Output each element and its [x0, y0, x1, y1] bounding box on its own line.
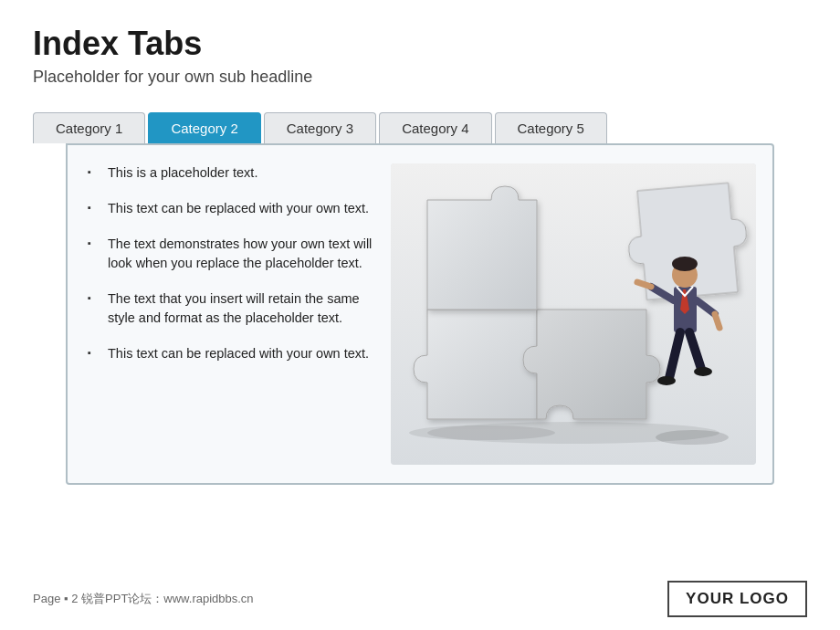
list-item: ▪ The text that you insert will retain t… — [88, 289, 373, 328]
tabs-area: Category 1 Category 2 Category 3 Categor… — [33, 112, 807, 485]
svg-point-4 — [672, 257, 698, 271]
content-panel: ▪ This is a placeholder text. ▪ This tex… — [66, 143, 774, 485]
svg-point-11 — [657, 376, 676, 385]
bullet-marker: ▪ — [88, 165, 100, 180]
puzzle-illustration — [391, 163, 756, 465]
tab-category4[interactable]: Category 4 — [379, 112, 491, 143]
svg-point-13 — [656, 430, 729, 445]
list-item: ▪ The text demonstrates how your own tex… — [88, 235, 373, 273]
page-title: Index Tabs — [33, 26, 807, 62]
footer-logo: YOUR LOGO — [667, 581, 807, 617]
page-subtitle: Placeholder for your own sub headline — [33, 68, 807, 87]
list-item: ▪ This text can be replaced with your ow… — [88, 344, 373, 363]
bullet-text: This is a placeholder text. — [108, 163, 257, 183]
tabs-row: Category 1 Category 2 Category 3 Categor… — [33, 112, 807, 143]
tab-category3[interactable]: Category 3 — [264, 112, 376, 143]
bullet-marker: ▪ — [88, 201, 100, 215]
footer: Page ▪ 2 锐普PPT论坛：www.rapidbbs.cn YOUR LO… — [0, 581, 840, 617]
tab-category1[interactable]: Category 1 — [33, 112, 145, 143]
bullet-marker: ▪ — [88, 236, 100, 251]
bullet-text: This text can be replaced with your own … — [108, 344, 369, 363]
bullet-text: The text demonstrates how your own text … — [108, 235, 373, 273]
tab-category5[interactable]: Category 5 — [495, 112, 607, 143]
bullet-marker: ▪ — [88, 291, 100, 306]
svg-point-14 — [409, 425, 555, 440]
svg-line-6 — [637, 282, 651, 287]
tab-category2[interactable]: Category 2 — [148, 112, 260, 143]
footer-page-info: Page ▪ 2 锐普PPT论坛：www.rapidbbs.cn — [33, 591, 254, 607]
bullet-marker: ▪ — [88, 346, 100, 361]
content-text: ▪ This is a placeholder text. ▪ This tex… — [88, 163, 373, 465]
content-image — [391, 163, 756, 465]
bullet-text: The text that you insert will retain the… — [108, 289, 373, 328]
bullet-text: This text can be replaced with your own … — [108, 199, 369, 218]
list-item: ▪ This text can be replaced with your ow… — [88, 199, 373, 218]
svg-line-8 — [715, 314, 719, 328]
svg-point-12 — [694, 367, 712, 376]
list-item: ▪ This is a placeholder text. — [88, 163, 373, 183]
page-header: Index Tabs Placeholder for your own sub … — [0, 0, 840, 96]
